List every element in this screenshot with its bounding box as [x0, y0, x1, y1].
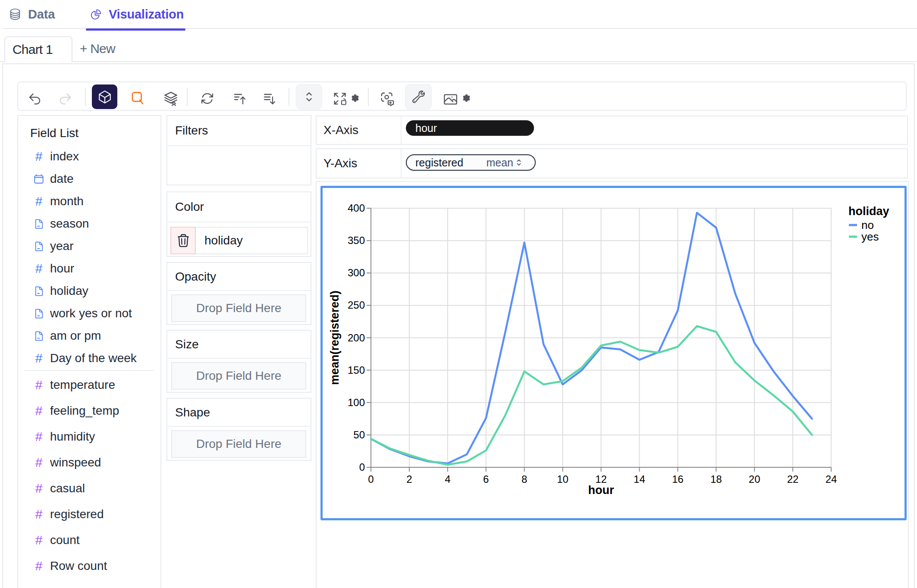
sort-ascending-button[interactable] — [233, 92, 247, 106]
new-chart-button[interactable]: + New — [80, 36, 115, 61]
chart-type-button[interactable] — [92, 84, 117, 109]
x-axis-title: hour — [588, 484, 614, 497]
document-icon — [33, 286, 45, 297]
y-axis-label: Y-Axis — [317, 149, 402, 178]
hash-icon: # — [33, 456, 45, 469]
field-list-title: Field List — [30, 126, 160, 145]
field-item-holiday[interactable]: holiday — [18, 280, 160, 302]
field-item-temperature[interactable]: #temperature — [18, 372, 160, 398]
select-box-icon — [130, 91, 145, 106]
chevron-up-down-icon — [302, 90, 316, 104]
toolbar-separator — [289, 88, 289, 106]
remove-color-field-button[interactable] — [170, 227, 196, 254]
field-item-day-of-the-week[interactable]: #Day of the week — [18, 347, 160, 369]
resize-settings-button[interactable] — [350, 93, 360, 103]
resize-button[interactable] — [332, 91, 348, 106]
color-field-name: holiday — [196, 227, 308, 254]
hash-icon: # — [33, 534, 45, 547]
x-axis-field-pill[interactable]: hour — [406, 120, 534, 136]
field-item-label: month — [50, 194, 84, 208]
select-highlight-button[interactable] — [130, 91, 145, 106]
y-tick-label: 400 — [348, 202, 365, 214]
cube-icon — [97, 90, 112, 104]
field-item-label: work yes or not — [50, 307, 132, 320]
field-item-year[interactable]: year — [18, 235, 160, 257]
x-axis-shelf[interactable]: hour — [402, 116, 907, 144]
size-label: Size — [167, 331, 311, 359]
y-tick-label: 50 — [353, 429, 365, 441]
field-item-am-or-pm[interactable]: am or pm — [18, 325, 160, 347]
field-item-label: casual — [50, 482, 85, 495]
field-item-month[interactable]: #month — [18, 190, 160, 213]
hash-icon: # — [33, 482, 45, 495]
shape-dropzone[interactable]: Drop Field Here — [171, 430, 306, 458]
field-item-count[interactable]: #count — [18, 527, 160, 553]
tools-button[interactable] — [405, 84, 431, 109]
undo-button[interactable] — [28, 92, 41, 106]
field-item-registered[interactable]: #registered — [18, 501, 160, 527]
x-tick-label: 20 — [749, 473, 760, 485]
chart-tab-bar-border — [0, 61, 917, 62]
y-axis-row: Y-Axis registered mean — [316, 148, 908, 178]
opacity-dropzone[interactable]: Drop Field Here — [171, 294, 306, 322]
refresh-button[interactable] — [200, 91, 214, 106]
y-axis-shelf[interactable]: registered mean — [402, 149, 907, 178]
top-nav: Data Visualization — [0, 0, 917, 31]
field-item-winspeed[interactable]: #winspeed — [18, 450, 160, 475]
layer-stack-button[interactable] — [163, 91, 179, 107]
aggregation-select[interactable]: mean — [486, 156, 524, 169]
y-tick-label: 350 — [348, 235, 365, 246]
field-item-label: feeling_temp — [50, 404, 119, 418]
field-item-season[interactable]: season — [18, 213, 160, 235]
annotate-capture-button[interactable] — [380, 91, 396, 107]
toolbar-separator — [368, 88, 369, 106]
field-item-row-count[interactable]: #Row count — [18, 553, 160, 579]
tab-chart-1-label: Chart 1 — [13, 42, 53, 57]
field-item-label: temperature — [50, 378, 115, 392]
hash-icon: # — [33, 150, 45, 163]
y-axis-field-name: registered — [415, 156, 463, 169]
legend-title: holiday — [848, 205, 889, 218]
redo-button[interactable] — [58, 92, 72, 106]
x-tick-label: 14 — [634, 473, 645, 485]
size-panel: Size Drop Field Here — [166, 330, 311, 393]
hash-icon: # — [33, 262, 45, 275]
y-tick-label: 300 — [348, 267, 365, 278]
field-item-label: Row count — [50, 559, 107, 573]
field-item-feeling-temp[interactable]: #feeling_temp — [18, 398, 160, 424]
x-tick-label: 22 — [787, 473, 799, 485]
refresh-icon — [200, 91, 214, 106]
sort-descending-button[interactable] — [263, 92, 276, 106]
size-dropzone[interactable]: Drop Field Here — [171, 362, 306, 390]
wrench-icon — [411, 90, 426, 104]
filters-label: Filters — [167, 116, 311, 146]
new-chart-label: + New — [80, 41, 115, 56]
tab-visualization-label: Visualization — [109, 7, 184, 22]
chart-container[interactable]: 0501001502002503003504000246810121416182… — [320, 186, 907, 520]
field-item-date[interactable]: date — [18, 168, 160, 190]
hash-icon: # — [33, 560, 45, 572]
color-field-pill[interactable]: holiday — [170, 227, 308, 254]
export-image-button[interactable] — [443, 91, 458, 107]
field-item-label: index — [50, 150, 79, 163]
tab-chart-1[interactable]: Chart 1 — [4, 36, 72, 62]
image-settings-button[interactable] — [462, 93, 471, 103]
y-axis-field-pill[interactable]: registered mean — [406, 154, 536, 171]
tab-visualization[interactable]: Visualization — [90, 0, 184, 28]
tab-data[interactable]: Data — [9, 0, 55, 28]
x-axis-field-name: hour — [415, 122, 437, 134]
field-item-label: year — [50, 239, 73, 253]
expand-collapse-button[interactable] — [296, 84, 322, 109]
toolbar-separator — [85, 88, 86, 106]
field-item-humidity[interactable]: #humidity — [18, 424, 160, 450]
x-axis-row: X-Axis hour — [316, 116, 908, 145]
field-item-hour[interactable]: #hour — [18, 257, 160, 280]
tab-data-label: Data — [28, 7, 55, 22]
x-tick-label: 0 — [368, 473, 374, 485]
field-item-work-yes-or-not[interactable]: work yes or not — [18, 302, 160, 325]
chart-panel: 0501001502002503003504000246810121416182… — [316, 181, 909, 588]
hash-icon: # — [33, 352, 45, 365]
field-item-casual[interactable]: #casual — [18, 475, 160, 501]
legend-label-yes: yes — [861, 230, 879, 243]
field-item-index[interactable]: #index — [18, 145, 160, 168]
